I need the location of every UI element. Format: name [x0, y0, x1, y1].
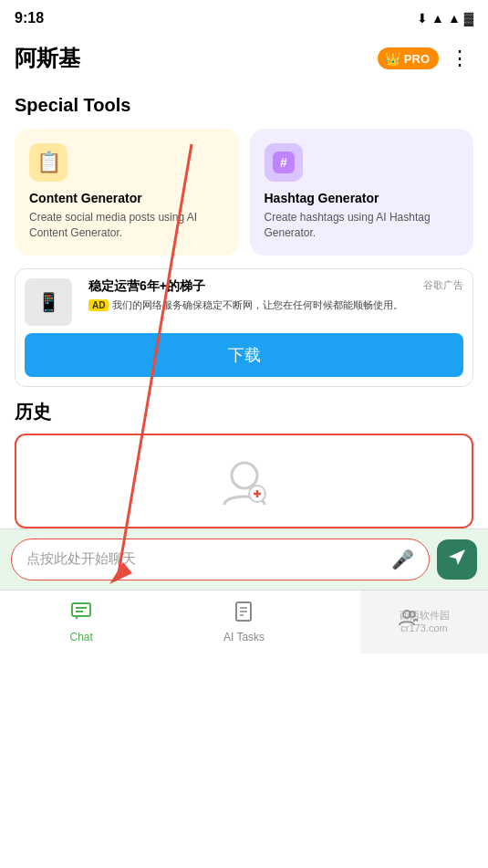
ad-body-text: 我们的网络服务确保稳定不断网，让您在任何时候都能顺畅使用。 — [112, 298, 403, 312]
content-generator-card[interactable]: 📋 Content Generator Create social media … — [15, 129, 239, 256]
content-generator-name: Content Generator — [29, 191, 224, 205]
chat-nav-label: Chat — [69, 631, 92, 643]
bottom-section: 点按此处开始聊天 🎤 Chat — [0, 528, 488, 654]
profile-nav-icon — [396, 607, 418, 634]
svg-point-15 — [410, 612, 415, 617]
ad-banner: 📱 稳定运营6年+的梯子 AD 我们的网络服务确保稳定不断网，让您在任何时候都能… — [15, 268, 473, 387]
history-section: 历史 — [0, 400, 488, 528]
pro-badge-label: PRO — [404, 52, 430, 66]
status-bar: 9:18 ⬇ ▲ ▲ ▓ — [0, 0, 488, 33]
chat-placeholder: 点按此处开始聊天 — [26, 550, 136, 568]
status-icons: ⬇ ▲ ▲ ▓ — [417, 11, 473, 26]
history-title: 历史 — [15, 400, 473, 424]
wifi-icon: ▲ — [431, 11, 444, 26]
chat-input-box[interactable]: 点按此处开始聊天 🎤 — [11, 539, 430, 580]
svg-rect-7 — [72, 603, 90, 616]
hashtag-generator-desc: Create hashtags using AI Hashtag Generat… — [265, 210, 460, 241]
status-time: 9:18 — [15, 10, 44, 26]
ad-title: 稳定运营6年+的梯子 — [88, 278, 418, 295]
send-icon — [447, 547, 467, 571]
battery-icon: ▓ — [464, 11, 473, 26]
content-generator-desc: Create social media posts using AI Conte… — [29, 210, 224, 241]
ad-tag-row: AD 我们的网络服务确保稳定不断网，让您在任何时候都能顺畅使用。 — [88, 298, 418, 312]
ad-download-button[interactable]: 下载 — [25, 333, 463, 377]
ai-tasks-nav-label: AI Tasks — [223, 631, 265, 643]
main-content: Special Tools 📋 Content Generator Create… — [0, 84, 488, 387]
special-tools-title: Special Tools — [15, 95, 473, 116]
nav-item-profile[interactable] — [326, 591, 488, 654]
hashtag-generator-card[interactable]: # Hashtag Generator Create hashtags usin… — [250, 129, 474, 256]
microphone-icon[interactable]: 🎤 — [391, 549, 414, 570]
no-history-icon — [215, 454, 274, 512]
ad-source-label: 谷歌广告 — [423, 278, 463, 292]
history-highlight-box — [15, 434, 473, 528]
signal-icon: ▲ — [448, 11, 461, 26]
tools-grid: 📋 Content Generator Create social media … — [15, 129, 473, 256]
ad-text-block: 稳定运营6年+的梯子 AD 我们的网络服务确保稳定不断网，让您在任何时候都能顺畅… — [81, 278, 418, 312]
crown-icon: 👑 — [385, 51, 400, 66]
nav-item-chat[interactable]: Chat — [0, 591, 162, 654]
svg-point-2 — [232, 463, 257, 488]
download-icon: ⬇ — [417, 11, 428, 26]
more-options-button[interactable]: ⋮ — [446, 43, 473, 74]
ad-thumbnail: 📱 — [25, 278, 72, 326]
ad-badge: AD — [88, 299, 109, 311]
app-bar: 阿斯基 👑 PRO ⋮ — [0, 33, 488, 84]
send-button[interactable] — [437, 539, 477, 580]
app-bar-right: 👑 PRO ⋮ — [378, 43, 473, 74]
bottom-nav: Chat AI Tasks — [0, 590, 488, 654]
pro-badge-button[interactable]: 👑 PRO — [378, 47, 439, 69]
chat-input-area: 点按此处开始聊天 🎤 — [0, 528, 488, 590]
content-generator-icon: 📋 — [29, 143, 67, 182]
hashtag-generator-name: Hashtag Generator — [265, 191, 460, 205]
nav-item-ai-tasks[interactable]: AI Tasks — [162, 591, 325, 654]
ai-tasks-nav-icon — [233, 601, 254, 628]
svg-text:#: # — [280, 155, 287, 170]
chat-nav-icon — [70, 601, 92, 628]
hashtag-generator-icon: # — [265, 143, 303, 182]
app-title: 阿斯基 — [15, 44, 80, 73]
